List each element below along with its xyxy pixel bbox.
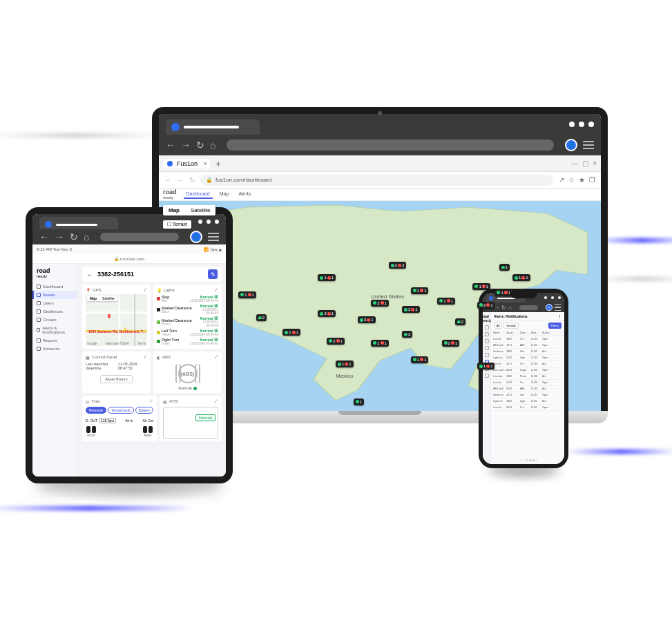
asset-cluster-marker[interactable]: 1 1 — [411, 356, 429, 363]
browser-tab[interactable]: Fus1on × — [163, 159, 210, 169]
bookmark-icon[interactable]: ☆ — [568, 176, 575, 184]
asset-cluster-marker[interactable]: 1 1 — [411, 287, 429, 294]
table-row[interactable]: Low tire5520Tire11/03Open› — [491, 380, 564, 386]
map-type-satellite[interactable]: Satellite — [185, 205, 215, 215]
browser-back-icon[interactable]: ← — [164, 176, 171, 184]
browser-reload-icon[interactable]: ↻ — [189, 176, 195, 184]
asset-cluster-marker[interactable]: 2 1 — [371, 300, 389, 307]
share-icon[interactable]: ↗ — [559, 176, 564, 184]
asset-cluster-marker[interactable]: 2 — [402, 331, 412, 338]
tires-tab-pressure[interactable]: Pressure — [86, 407, 106, 414]
nav-reload-icon[interactable]: ↻ — [501, 305, 506, 311]
table-row[interactable]: Door open6610Cargo11/04Open› — [491, 367, 564, 374]
browser-forward-icon[interactable]: → — [177, 176, 184, 184]
asset-cluster-marker[interactable]: 1 1 — [336, 360, 354, 367]
tires-tab-battery[interactable]: Battery — [135, 407, 153, 414]
table-row[interactable]: ABS fault4471ABS11/05Open› — [491, 343, 564, 349]
asset-cluster-marker[interactable]: 1 1 — [437, 298, 455, 305]
asset-cluster-marker[interactable]: 1 1 — [238, 291, 256, 298]
sidebar-item-accounts[interactable] — [485, 374, 489, 378]
tab-alerts[interactable]: Alerts — [236, 190, 253, 199]
table-row[interactable]: Geofence3382Geo11/05Ack› — [491, 349, 564, 355]
expand-icon[interactable]: ⤢ — [214, 354, 218, 360]
asset-cluster-marker[interactable]: 2 1 — [402, 306, 420, 313]
table-row[interactable]: Low batt3382Power11/03Ack› — [491, 374, 564, 380]
filter-all[interactable]: All — [494, 323, 502, 329]
asset-cluster-marker[interactable]: 1 1 — [477, 363, 495, 369]
sidebar-item-users[interactable]: Users — [32, 299, 77, 307]
window-min-icon[interactable]: — — [571, 160, 578, 167]
asset-cluster-marker[interactable]: 2 1 — [327, 338, 345, 345]
tab-map[interactable]: Map — [217, 190, 232, 199]
sidebar-item-alerts[interactable]: Alerts & Notifications — [32, 324, 77, 336]
nav-home-icon[interactable]: ⌂ — [84, 231, 89, 242]
sidebar-item-dashboard[interactable] — [485, 325, 489, 329]
asset-cluster-marker[interactable]: 1 1 — [472, 283, 490, 290]
tablet-url-field[interactable] — [100, 233, 179, 241]
table-row[interactable]: Light out5520Light11/04Open› — [491, 355, 564, 361]
nav-reload-icon[interactable]: ↻ — [70, 231, 78, 242]
nav-forward-icon[interactable]: → — [494, 305, 499, 311]
asset-cluster-marker[interactable]: 2 — [455, 318, 465, 325]
asset-cluster-marker[interactable]: 1 1 — [371, 340, 389, 347]
browser-url-field[interactable]: 🔒 fus1on.com/dashboard — [200, 175, 553, 186]
tab-close-icon[interactable]: × — [204, 160, 207, 167]
alerts-table[interactable]: NameAsset TypeDate Status Low tire3382Ti… — [491, 330, 564, 456]
tablet-dot-controls[interactable] — [198, 220, 219, 224]
expand-icon[interactable]: ⤢ — [149, 398, 153, 404]
nav-home-icon[interactable]: ⌂ — [508, 305, 512, 311]
brand-logo[interactable]: roadready — [32, 267, 77, 282]
nav-back-icon[interactable]: ← — [166, 140, 175, 151]
nav-back-icon[interactable]: ← — [39, 231, 49, 242]
asset-cluster-marker[interactable]: 2 — [256, 314, 267, 321]
asset-cluster-marker[interactable]: 2 1 — [442, 340, 460, 347]
table-row[interactable]: ABS fault6610ABS11/03Ack› — [491, 386, 564, 392]
nav-home-icon[interactable]: ⌂ — [210, 140, 215, 151]
asset-cluster-marker[interactable]: 3 1 — [358, 316, 376, 323]
map-type-toggle[interactable]: Map Satellite — [163, 205, 215, 215]
brand-logo[interactable]: roadready — [163, 189, 177, 200]
nav-forward-icon[interactable]: → — [55, 231, 64, 242]
table-row[interactable]: Geofence4471Geo11/02Open› — [491, 392, 564, 398]
extensions-icon[interactable]: ★ — [579, 176, 585, 184]
sidebar-item-groups[interactable]: Groups — [32, 316, 77, 324]
sidebar-item-users[interactable] — [485, 339, 489, 343]
user-avatar-icon[interactable]: • — [546, 304, 553, 311]
filter-unread[interactable]: Unread — [503, 323, 518, 329]
window-dot-controls[interactable] — [569, 122, 594, 127]
asset-cluster-marker[interactable]: 1 1 — [318, 274, 336, 281]
os-url-field[interactable] — [227, 140, 554, 151]
phone-url-field[interactable] — [519, 305, 538, 310]
table-row[interactable]: Low tire4471Tire11/04Ack› — [491, 361, 564, 367]
tires-tab-temperature[interactable]: Temperature — [108, 407, 134, 414]
asset-cluster-marker[interactable]: 2 1 — [318, 310, 336, 317]
sidebar-item-accounts[interactable]: Accounts — [32, 345, 77, 353]
asset-cluster-marker[interactable]: 2 1 — [477, 302, 495, 309]
table-row[interactable]: Low tire6610Tire11/02Open› — [491, 405, 564, 411]
user-avatar-icon[interactable]: 👤 — [565, 139, 577, 151]
sidebar-item-reports[interactable]: Reports — [32, 336, 77, 345]
asset-cluster-marker[interactable]: 1 — [354, 398, 364, 405]
os-window-tab[interactable] — [166, 119, 260, 135]
sidebar-item-assets[interactable]: Assets — [32, 291, 77, 299]
asset-history-button[interactable]: Asset History — [100, 375, 132, 383]
expand-icon[interactable]: ⤢ — [143, 287, 147, 293]
window-max-icon[interactable]: ▢ — [582, 160, 588, 167]
asset-cluster-marker[interactable]: 1 — [499, 264, 510, 271]
phone-dot-controls[interactable] — [544, 296, 561, 299]
expand-icon[interactable]: ⤢ — [143, 354, 147, 360]
map-terms-link[interactable]: Terms — [137, 342, 146, 345]
edit-asset-button[interactable]: ✎ — [208, 269, 218, 279]
map-type-map[interactable]: Map — [163, 205, 185, 215]
sidebar-item-assets[interactable] — [485, 332, 489, 336]
tab-dashboard[interactable]: Dashboard — [184, 190, 213, 199]
nav-reload-icon[interactable]: ↻ — [196, 140, 204, 151]
filters-button[interactable]: Filters — [548, 323, 561, 329]
user-avatar-icon[interactable]: 👤 — [190, 231, 202, 243]
map-terrain-checkbox[interactable]: ☐ Terrain — [163, 220, 191, 229]
hamburger-menu-icon[interactable] — [583, 141, 594, 149]
window-close-icon[interactable]: × — [593, 160, 597, 167]
asset-cluster-marker[interactable]: 1 1 — [282, 329, 300, 336]
tablet-mini-addressbar[interactable]: 🔒 a.fus1on.com — [32, 254, 226, 264]
new-tab-button[interactable]: + — [213, 158, 224, 169]
